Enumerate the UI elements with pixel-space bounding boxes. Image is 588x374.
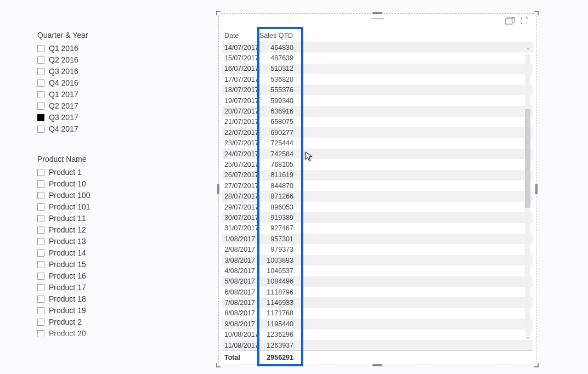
- product-name-item[interactable]: Product 20: [37, 328, 169, 339]
- table-row[interactable]: 31/07/2017927467: [222, 223, 533, 234]
- table-row[interactable]: 10/08/20171236296: [222, 330, 533, 340]
- checkbox-icon[interactable]: [37, 203, 44, 211]
- checkbox-icon[interactable]: [37, 80, 44, 87]
- checkbox-icon[interactable]: [37, 192, 44, 199]
- table-row[interactable]: 24/07/2017742584: [222, 149, 533, 159]
- table-row[interactable]: 25/07/2017768105: [222, 159, 533, 169]
- resize-handle-bl[interactable]: [216, 363, 220, 367]
- more-options-icon[interactable]: · · ·: [521, 17, 530, 25]
- quarter-year-item[interactable]: Q2 2017: [37, 100, 158, 111]
- product-name-item[interactable]: Product 1: [37, 167, 169, 178]
- checkbox-icon[interactable]: [37, 56, 44, 64]
- resize-handle-bottom[interactable]: [372, 364, 382, 366]
- scroll-down-arrow-icon[interactable]: ˅: [524, 336, 532, 344]
- vertical-scrollbar[interactable]: ˄ ˅: [524, 47, 532, 344]
- checkbox-icon[interactable]: [37, 68, 44, 75]
- table-row[interactable]: 3/08/20171003893: [222, 255, 533, 265]
- table-row[interactable]: 2/08/2017979373: [222, 244, 533, 254]
- table-row[interactable]: 27/07/2017844870: [222, 180, 533, 191]
- table-row[interactable]: 5/08/20171084496: [222, 276, 533, 287]
- product-name-item[interactable]: Product 2: [37, 316, 169, 327]
- table-row[interactable]: 19/07/2017599340: [222, 95, 533, 106]
- quarter-year-item[interactable]: Q3 2017: [37, 112, 158, 123]
- table-row[interactable]: 18/07/2017555376: [222, 85, 533, 95]
- product-name-item[interactable]: Product 11: [37, 213, 169, 224]
- product-name-item[interactable]: Product 18: [37, 293, 169, 304]
- checkbox-icon[interactable]: [37, 261, 44, 268]
- column-header-date[interactable]: Date: [222, 31, 257, 41]
- checkbox-icon[interactable]: [37, 215, 44, 222]
- table-row[interactable]: 29/07/2017896053: [222, 202, 533, 212]
- quarter-year-item[interactable]: Q1 2017: [37, 89, 158, 100]
- scroll-up-arrow-icon[interactable]: ˄: [524, 47, 532, 54]
- product-name-item[interactable]: Product 12: [37, 224, 169, 235]
- table-row[interactable]: 17/07/2017536820: [222, 74, 533, 84]
- checkbox-icon[interactable]: [37, 330, 44, 337]
- table-row[interactable]: 28/07/2017871266: [222, 191, 533, 201]
- table-row[interactable]: 4/08/20171046537: [222, 265, 533, 276]
- table-row[interactable]: 9/08/20171195440: [222, 319, 533, 329]
- table-visual-frame[interactable]: · · · Date Sales QTD 14/07/201746483015/…: [218, 13, 536, 365]
- cell-sales-qtd: 690277: [257, 129, 301, 137]
- table-row[interactable]: 23/07/2017725444: [222, 138, 533, 149]
- checkbox-icon[interactable]: [37, 307, 44, 314]
- checkbox-icon[interactable]: [37, 169, 44, 176]
- checkbox-icon[interactable]: [37, 114, 44, 121]
- checkbox-icon[interactable]: [37, 45, 44, 52]
- table-row[interactable]: 6/08/20171118796: [222, 287, 533, 297]
- product-name-item[interactable]: Product 100: [37, 190, 169, 201]
- product-name-item[interactable]: Product 13: [37, 236, 169, 247]
- quarter-year-item[interactable]: Q4 2016: [37, 77, 158, 88]
- product-name-item[interactable]: Product 10: [37, 178, 169, 189]
- product-name-item[interactable]: Product 15: [37, 259, 169, 270]
- slicer-item-label: Product 20: [49, 328, 86, 339]
- table-row[interactable]: 15/07/2017487639: [222, 53, 533, 63]
- product-name-item[interactable]: Product 14: [37, 247, 169, 258]
- product-name-item[interactable]: Product 17: [37, 282, 169, 293]
- table-row[interactable]: 11/08/20171263937: [222, 340, 533, 350]
- checkbox-icon[interactable]: [37, 319, 44, 326]
- product-name-item[interactable]: Product 19: [37, 305, 169, 316]
- table-row[interactable]: 30/07/2017919389: [222, 212, 533, 223]
- product-name-item[interactable]: Product 16: [37, 270, 169, 281]
- table-row[interactable]: 21/07/2017658075: [222, 117, 533, 127]
- checkbox-icon[interactable]: [37, 273, 44, 280]
- table-scroll: Date Sales QTD 14/07/201746483015/07/201…: [222, 29, 533, 361]
- quarter-year-item[interactable]: Q1 2016: [37, 43, 158, 54]
- resize-handle-br[interactable]: [534, 363, 539, 367]
- checkbox-icon[interactable]: [37, 126, 44, 133]
- resize-handle-tl[interactable]: [216, 11, 220, 15]
- checkbox-icon[interactable]: [37, 284, 44, 291]
- resize-handle-left[interactable]: [217, 184, 219, 194]
- table-row[interactable]: 16/07/2017510312: [222, 64, 533, 74]
- checkbox-icon[interactable]: [37, 103, 44, 110]
- product-name-item[interactable]: Product 21: [37, 339, 169, 341]
- cell-sales-qtd: 1084496: [257, 277, 301, 285]
- resize-handle-right[interactable]: [535, 184, 538, 194]
- checkbox-icon[interactable]: [37, 180, 44, 188]
- checkbox-icon[interactable]: [37, 91, 44, 98]
- table-row[interactable]: 14/07/2017464830: [222, 42, 533, 53]
- checkbox-icon[interactable]: [37, 226, 44, 234]
- quarter-year-item[interactable]: Q3 2016: [37, 66, 158, 77]
- table-row[interactable]: 20/07/2017636916: [222, 106, 533, 116]
- product-name-item[interactable]: Product 101: [37, 201, 169, 212]
- focus-mode-icon[interactable]: [505, 17, 515, 25]
- column-header-sales-qtd[interactable]: Sales QTD: [257, 31, 301, 41]
- table-row[interactable]: 7/08/20171146933: [222, 297, 533, 308]
- checkbox-icon[interactable]: [37, 250, 44, 257]
- resize-handle-top[interactable]: [372, 12, 382, 14]
- table-row[interactable]: 8/08/20171171768: [222, 308, 533, 319]
- checkbox-icon[interactable]: [37, 238, 44, 245]
- table-row[interactable]: 1/08/2017957301: [222, 234, 533, 244]
- drag-handle-icon[interactable]: [371, 18, 384, 20]
- table-row[interactable]: 22/07/2017690277: [222, 127, 533, 138]
- scroll-thumb[interactable]: [525, 109, 530, 208]
- checkbox-icon[interactable]: [37, 296, 44, 303]
- table-row[interactable]: 26/07/2017811619: [222, 170, 533, 180]
- quarter-year-item[interactable]: Q2 2016: [37, 54, 158, 65]
- quarter-year-item[interactable]: Q4 2017: [37, 123, 158, 134]
- resize-handle-tr[interactable]: [534, 11, 539, 15]
- scroll-track[interactable]: [525, 54, 530, 336]
- cell-date: 24/07/2017: [222, 150, 257, 158]
